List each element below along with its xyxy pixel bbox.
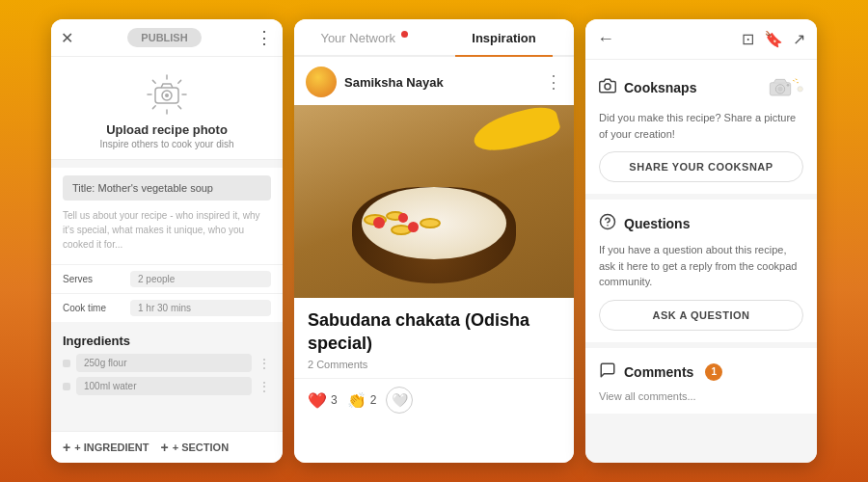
- heart-reaction[interactable]: ❤️ 3: [308, 391, 338, 410]
- card3-header: ← ⊡ 🔖 ↗: [585, 19, 817, 60]
- title-section: Title: Mother's vegetable soup Tell us a…: [51, 168, 283, 264]
- comments-title-row: Comments 1: [599, 362, 803, 383]
- ingredient-bullet-2: [63, 383, 70, 390]
- ingredient-more-icon-2[interactable]: ⋮: [258, 379, 271, 394]
- more-button[interactable]: ⋮: [256, 27, 273, 48]
- questions-title: Questions: [624, 216, 690, 231]
- card3-body: Cooksnaps: [585, 60, 817, 463]
- heart-icon: ❤️: [308, 391, 327, 410]
- cooksnaps-section: Cooksnaps: [585, 60, 817, 194]
- tab-network-label: Your Network: [320, 31, 395, 45]
- questions-desc: If you have a question about this recipe…: [599, 242, 803, 290]
- comments-count-badge: 1: [705, 363, 722, 381]
- ingredient-field-1[interactable]: 250g flour: [76, 354, 252, 372]
- clap-reaction[interactable]: 👏 2: [347, 391, 377, 410]
- post-username: Samiksha Nayak: [344, 75, 545, 90]
- recipe-info: Sabudana chakata (Odisha special) 2 Comm…: [294, 298, 574, 378]
- expand-icon[interactable]: ⊡: [742, 30, 754, 48]
- upload-subtitle: Inspire others to cook your dish: [100, 139, 234, 149]
- recipe-title: Sabudana chakata (Odisha special): [308, 309, 560, 355]
- tab-inspiration[interactable]: Inspiration: [434, 19, 574, 55]
- banana-decoration: [470, 105, 562, 157]
- close-button[interactable]: ✕: [61, 29, 73, 47]
- upload-recipe-card: ✕ PUBLISH ⋮: [51, 19, 283, 463]
- bookmark-icon[interactable]: 🔖: [764, 30, 783, 48]
- card1-header: ✕ PUBLISH ⋮: [51, 19, 283, 57]
- svg-point-14: [777, 87, 782, 92]
- description-field[interactable]: Tell us about your recipe - who inspired…: [63, 208, 271, 256]
- cook-time-value[interactable]: 1 hr 30 mins: [130, 300, 271, 316]
- cook-time-label: Cook time: [63, 303, 130, 313]
- reactions-row: ❤️ 3 👏 2 🤍: [294, 378, 574, 421]
- questions-icon: [599, 213, 616, 234]
- network-inspiration-card: Your Network Inspiration Samiksha Nayak …: [294, 19, 574, 463]
- ingredient-row-2: 100ml water ⋮: [63, 377, 271, 395]
- add-reaction-button[interactable]: 🤍: [386, 387, 413, 414]
- questions-title-row: Questions: [599, 213, 803, 234]
- clap-icon: 👏: [347, 391, 366, 410]
- back-button[interactable]: ←: [597, 29, 614, 49]
- svg-line-5: [178, 106, 181, 109]
- ingredient-bullet: [63, 360, 70, 367]
- ask-question-button[interactable]: ASK A QUESTION: [599, 300, 803, 331]
- ingredients-section: Ingredients 250g flour ⋮ 100ml water ⋮: [51, 326, 283, 404]
- tab-inspiration-label: Inspiration: [472, 31, 535, 45]
- svg-line-16: [793, 80, 794, 81]
- cooksnaps-desc: Did you make this recipe? Share a pictur…: [599, 110, 803, 142]
- camera-icon: [143, 70, 191, 119]
- header-icons: ⊡ 🔖 ↗: [742, 30, 805, 48]
- clap-count: 2: [370, 393, 377, 407]
- view-all-comments[interactable]: View all comments...: [599, 390, 803, 402]
- add-section-label: + SECTION: [173, 442, 229, 453]
- card1-body: Upload recipe photo Inspire others to co…: [51, 57, 283, 431]
- network-notification-badge: [401, 31, 408, 38]
- ingredient-more-icon[interactable]: ⋮: [258, 356, 271, 371]
- cooksnaps-title-row: Cooksnaps: [599, 73, 803, 102]
- svg-line-6: [178, 80, 181, 83]
- cooksnaps-card: ← ⊡ 🔖 ↗ Cooksnaps: [585, 19, 817, 463]
- ingredients-title: Ingredients: [63, 334, 271, 348]
- plus-icon: +: [63, 440, 70, 455]
- tab-your-network[interactable]: Your Network: [294, 19, 434, 55]
- serves-value[interactable]: 2 people: [130, 271, 271, 287]
- svg-line-17: [796, 79, 797, 80]
- ingredient-field-2[interactable]: 100ml water: [76, 377, 252, 395]
- tabs-bar: Your Network Inspiration: [294, 19, 574, 57]
- serves-row: Serves 2 people: [51, 264, 283, 293]
- questions-section: Questions If you have a question about t…: [585, 200, 817, 342]
- add-ingredient-label: + INGREDIENT: [74, 442, 149, 453]
- add-reaction-icon: 🤍: [392, 392, 408, 408]
- post-header: Samiksha Nayak ⋮: [294, 57, 574, 105]
- title-field[interactable]: Title: Mother's vegetable soup: [63, 175, 271, 201]
- cook-time-row: Cook time 1 hr 30 mins: [51, 293, 283, 322]
- ingredient-row: 250g flour ⋮: [63, 354, 271, 372]
- card1-footer: + + INGREDIENT + + SECTION: [51, 431, 283, 463]
- card2-body: Samiksha Nayak ⋮: [294, 57, 574, 463]
- cooksnaps-camera-icon: [599, 77, 616, 98]
- svg-line-7: [152, 106, 155, 109]
- cooksnaps-title: Cooksnaps: [624, 80, 696, 95]
- serves-label: Serves: [63, 274, 130, 284]
- recipe-comments: 2 Comments: [308, 359, 560, 370]
- add-ingredient-button[interactable]: + + INGREDIENT: [63, 440, 149, 455]
- post-more-button[interactable]: ⋮: [545, 71, 562, 93]
- svg-point-10: [165, 94, 169, 97]
- svg-point-19: [798, 87, 802, 92]
- share-cooksnap-button[interactable]: SHARE YOUR COOKSNAP: [599, 151, 803, 182]
- avatar: [306, 67, 337, 97]
- avatar-image: [306, 67, 337, 97]
- upload-area[interactable]: Upload recipe photo Inspire others to co…: [51, 57, 283, 160]
- plus-icon-2: +: [161, 440, 169, 455]
- cooksnap-illustration: [765, 73, 803, 102]
- upload-title: Upload recipe photo: [106, 122, 228, 137]
- comments-section: Comments 1 View all comments...: [585, 348, 817, 414]
- comments-icon: [599, 362, 616, 383]
- svg-point-15: [787, 84, 790, 87]
- recipe-image: [294, 105, 574, 298]
- publish-button[interactable]: PUBLISH: [127, 28, 201, 47]
- comments-title: Comments: [624, 364, 693, 380]
- svg-point-11: [605, 84, 610, 90]
- recipe-image-inner: [294, 105, 574, 298]
- add-section-button[interactable]: + + SECTION: [161, 440, 230, 455]
- share-icon[interactable]: ↗: [793, 30, 805, 48]
